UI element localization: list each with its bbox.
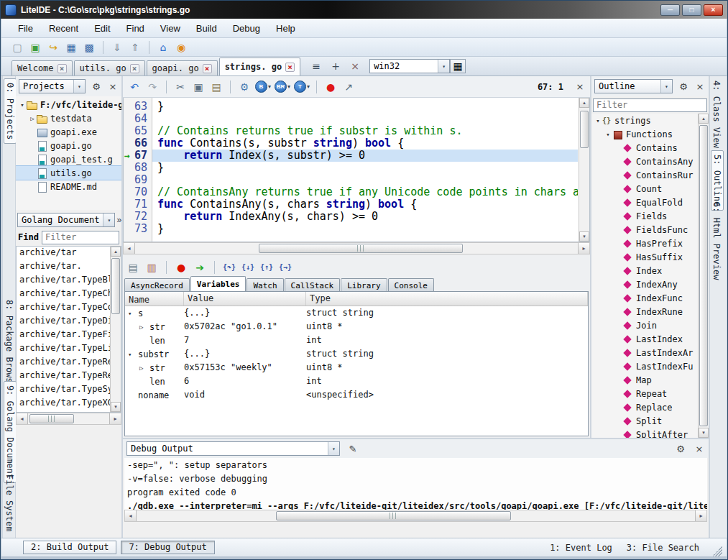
step-over-icon[interactable]: {↷} [222,260,236,275]
editor-list-icon[interactable]: ≡ [309,59,323,73]
scrollbar-track[interactable] [28,413,109,424]
close-button[interactable]: × [704,4,723,16]
outline-item-join[interactable]: Join [591,318,698,332]
column-header-name[interactable]: Name [125,292,184,306]
scroll-up-icon[interactable]: ▴ [579,98,589,108]
open-folder-icon[interactable]: ↪ [46,40,60,55]
editor-vscrollbar[interactable]: ▴ ▾ [579,98,589,242]
scrollbar-thumb[interactable] [259,244,462,253]
variable-row-noname[interactable]: nonamevoid<unspecified> [125,388,588,402]
stop-debug-icon[interactable]: ● [174,260,188,275]
project-item-goapi-go[interactable]: goapi.go [16,139,121,152]
expander-icon[interactable]: ▷ [139,364,149,372]
cut-icon[interactable]: ✂ [173,80,188,94]
menu-help[interactable]: Help [268,21,303,36]
menu-debug[interactable]: Debug [225,21,268,36]
scrollbar-thumb[interactable] [580,111,589,148]
scroll-left-icon[interactable]: ◂ [125,510,137,521]
redo-icon[interactable]: ↷ [145,80,160,94]
titlebar[interactable]: LiteIDE - C:\Go\src\pkg\strings\strings.… [1,1,727,19]
debug-tab-variables[interactable]: Variables [190,276,246,291]
scroll-down-icon[interactable]: ▾ [699,428,709,438]
copy-icon[interactable]: ▣ [191,80,206,94]
outline-item-hassuffix[interactable]: HasSuffix [591,250,698,264]
doc-item[interactable]: archive/tar.TypeRe( [17,357,110,370]
tab-close-icon[interactable]: × [130,64,139,73]
project-item-f-vfc-liteide-g[interactable]: ▾F:/vfc/liteide-g [16,98,121,111]
project-item-goapi-exe[interactable]: goapi.exe [16,125,121,139]
doc-item[interactable]: archive/tar.TypeLin [17,343,110,357]
tab-goapi-go[interactable]: goapi. go× [147,60,218,75]
tab-close-icon[interactable]: × [57,64,67,73]
expander-icon[interactable]: ▾ [594,117,602,124]
expander-icon[interactable]: ▾ [604,131,612,138]
new-file-icon[interactable]: ▢ [10,40,24,55]
undo-icon[interactable]: ↶ [127,80,142,94]
outline-item-hasprefix[interactable]: HasPrefix [591,237,698,250]
code-line-73[interactable]: 73} [124,223,578,235]
statusbar-button-7-debug-output[interactable]: 7: Debug Output [121,541,214,554]
statusbar-item-1-event-log[interactable]: 1: Event Log [550,543,612,553]
doc-item[interactable]: archive/tar.TypeCh [17,288,110,302]
output-combo[interactable]: Debug Output ▾ [126,441,340,456]
debug-external-icon[interactable]: ↗ [341,80,356,94]
chevron-down-icon[interactable]: ▾ [103,214,114,226]
doc-item[interactable]: archive/tar.TypeRe( [17,370,110,384]
outline-filter-input[interactable] [593,98,707,112]
menu-edit[interactable]: Edit [86,21,118,36]
outline-item-fieldsfunc[interactable]: FieldsFunc [591,223,698,237]
start-debug-icon[interactable]: ● [323,80,338,94]
project-item-testdata[interactable]: ▷testdata [16,111,121,125]
line-number[interactable]: →67 [124,150,152,162]
debug-tab-console[interactable]: Console [388,278,434,291]
run-to-cursor-icon[interactable]: {→} [278,260,292,275]
doc-item[interactable]: archive/tar.TypeXG [17,398,110,411]
outline-item-map[interactable]: Map [591,373,698,387]
variable-row-len[interactable]: len7int [125,334,588,347]
close-icon[interactable]: × [694,81,706,92]
export-session-icon[interactable]: ⇑ [128,40,142,55]
doc-item[interactable]: archive/tar [17,247,110,261]
variable-row-s[interactable]: ▾s{...}struct string [125,306,588,320]
debug-tab-library[interactable]: Library [341,278,387,291]
doc-item[interactable]: archive/tar.TypeBlc [17,275,110,288]
overflow-chevron-icon[interactable]: » [116,215,121,225]
outline-item-containsrur[interactable]: ContainsRur [591,168,698,182]
minimize-button[interactable]: ─ [660,4,680,16]
projects-combo[interactable]: Projects ▾ [19,79,86,93]
outline-item-fields[interactable]: Fields [591,209,698,223]
code-line-70[interactable]: 70// ContainsAny returns true if any Uni… [124,186,578,198]
outline-item-strings[interactable]: ▾{}strings [591,114,698,127]
paste-icon[interactable]: ▤ [209,80,224,94]
export-log-icon[interactable]: ▥ [144,260,159,275]
dock-tab-9-golang-document[interactable]: 9: Golang Document [4,381,17,483]
menu-recent[interactable]: Recent [41,21,86,36]
step-out-icon[interactable]: {↑} [259,260,274,275]
code-line-66[interactable]: 66func Contains(s, substr string) bool { [124,137,578,150]
line-number[interactable]: 63 [124,101,152,113]
tab-utils-go[interactable]: utils. go× [74,60,145,75]
test-button[interactable]: T▾ [294,81,310,93]
tab-strings-go[interactable]: strings. go× [219,58,300,75]
close-all-editors-icon[interactable]: × [348,59,362,73]
code-line-68[interactable]: 68} [124,162,578,174]
doc-item[interactable]: archive/tar.TypeCo [17,302,110,316]
save-all-icon[interactable]: ▩ [82,40,96,55]
document-combo[interactable]: Golang Document ▾ [17,213,115,227]
dock-tab-4-class-view[interactable]: 4: Class View [711,77,722,152]
gear-icon[interactable]: ⚙ [675,444,686,454]
outline-item-lastindexar[interactable]: LastIndexAr [591,346,698,359]
outline-item-splitafter[interactable]: SplitAfter [591,428,698,438]
env-grid-icon[interactable]: ▦ [450,59,466,73]
outline-item-count[interactable]: Count [591,182,698,196]
dock-tab-file-system[interactable]: File System [4,471,15,535]
scroll-right-icon[interactable]: ▸ [109,413,121,424]
tab-welcome[interactable]: Welcome× [11,60,73,75]
expander-icon[interactable]: ▾ [18,101,27,109]
build-config-icon[interactable]: ⚙ [237,80,252,94]
dock-tab-0-projects[interactable]: 0: Projects [4,78,17,144]
expander-icon[interactable]: ▷ [139,323,149,331]
close-editor-icon[interactable]: × [574,81,586,92]
chevron-down-icon[interactable]: ▾ [660,80,672,93]
line-number[interactable]: 65 [124,125,152,137]
